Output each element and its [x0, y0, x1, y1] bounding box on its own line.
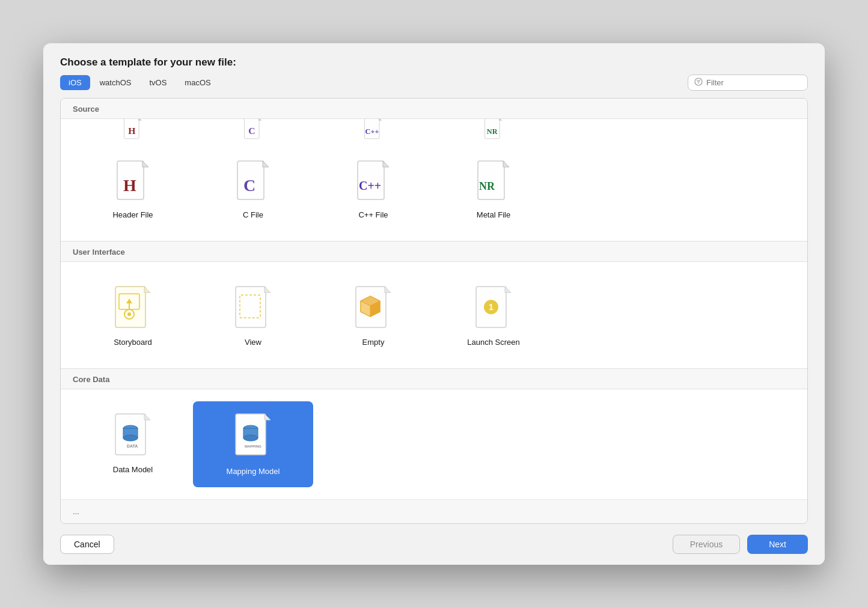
tab-tvos[interactable]: tvOS: [141, 75, 175, 90]
svg-marker-23: [263, 161, 269, 167]
svg-marker-19: [142, 161, 148, 167]
svg-point-38: [127, 312, 131, 316]
footer-right: Previous Next: [673, 535, 808, 554]
svg-text:NR: NR: [487, 127, 498, 136]
source-partial-icons: H C C++: [61, 119, 807, 143]
mapping-model-label: Mapping Model: [221, 465, 286, 478]
header-file-icon: H: [111, 156, 154, 204]
empty-icon: [352, 284, 395, 332]
data-model-icon: DATA: [111, 411, 154, 459]
tab-ios[interactable]: iOS: [60, 75, 90, 90]
tab-bar: iOS watchOS tvOS macOS: [43, 74, 825, 98]
tab-watchos[interactable]: watchOS: [91, 75, 140, 90]
svg-text:H: H: [128, 126, 135, 136]
launch-screen-label: Launch Screen: [467, 338, 519, 347]
filter-box: [688, 74, 808, 91]
data-model-label: Data Model: [113, 465, 153, 474]
svg-marker-27: [383, 161, 389, 167]
partial-header-icon: H: [73, 119, 193, 143]
empty-label: Empty: [362, 338, 385, 347]
svg-text:C++: C++: [365, 127, 379, 136]
svg-text:C: C: [248, 126, 255, 136]
launch-screen-icon: 1: [472, 284, 515, 332]
cpp-file-label: C++ File: [358, 210, 388, 219]
item-view[interactable]: View: [193, 274, 313, 356]
c-file-icon: C: [231, 156, 275, 204]
svg-marker-66: [264, 414, 270, 420]
storyboard-icon: [111, 284, 154, 332]
header-file-label: Header File: [112, 210, 153, 219]
svg-point-62: [123, 435, 138, 441]
svg-marker-54: [505, 287, 511, 293]
svg-marker-5: [138, 119, 142, 121]
svg-marker-59: [144, 414, 150, 420]
source-items: H Header File C C File: [61, 143, 807, 241]
section-header-coredata: Core Data: [61, 369, 807, 389]
dialog-footer: Cancel Previous Next: [43, 524, 825, 565]
previous-button[interactable]: Previous: [673, 535, 740, 554]
partial-c-icon: C: [193, 119, 313, 143]
svg-marker-31: [503, 161, 509, 167]
item-cpp-file[interactable]: C++ C++ File: [313, 147, 433, 229]
item-storyboard[interactable]: Storyboard: [73, 274, 193, 356]
svg-marker-15: [499, 119, 503, 121]
svg-text:H: H: [123, 176, 136, 195]
ui-items: Storyboard View: [61, 262, 807, 368]
dialog-title: Choose a template for your new file:: [43, 43, 825, 74]
svg-marker-43: [264, 287, 270, 293]
svg-marker-47: [385, 287, 391, 293]
mapping-model-icon: MAPPING: [231, 411, 275, 459]
svg-marker-12: [379, 119, 382, 121]
item-header-file[interactable]: H Header File: [73, 147, 193, 229]
view-icon: [231, 284, 275, 332]
partial-metal-icon: NR: [433, 119, 554, 143]
svg-text:C++: C++: [359, 179, 381, 192]
svg-text:1: 1: [489, 302, 494, 312]
svg-text:NR: NR: [479, 180, 495, 192]
item-launch-screen[interactable]: 1 Launch Screen: [433, 274, 554, 356]
tab-macos[interactable]: macOS: [176, 75, 219, 90]
cpp-file-icon: C++: [352, 156, 395, 204]
metal-file-label: Metal File: [477, 210, 510, 219]
next-button[interactable]: Next: [747, 535, 808, 554]
filter-icon: [694, 78, 703, 88]
content-area: Source H: [60, 98, 808, 524]
svg-rect-41: [236, 287, 266, 327]
cancel-button[interactable]: Cancel: [60, 535, 114, 554]
view-label: View: [245, 338, 261, 347]
svg-point-69: [243, 435, 258, 441]
partial-cpp-icon: C++: [313, 119, 433, 143]
section-header-source: Source: [61, 99, 807, 119]
section-header-partial: ...: [73, 507, 79, 516]
item-data-model[interactable]: DATA Data Model: [73, 401, 193, 487]
storyboard-label: Storyboard: [114, 338, 152, 347]
filter-input[interactable]: [706, 78, 801, 87]
c-file-label: C File: [243, 210, 263, 219]
item-c-file[interactable]: C C File: [193, 147, 313, 229]
item-empty[interactable]: Empty: [313, 274, 433, 356]
svg-text:DATA: DATA: [127, 444, 138, 448]
item-metal-file[interactable]: NR Metal File: [433, 147, 554, 229]
svg-marker-35: [144, 287, 150, 293]
svg-rect-33: [115, 287, 145, 327]
item-mapping-model[interactable]: MAPPING Mapping Model: [193, 401, 313, 487]
svg-text:MAPPING: MAPPING: [245, 445, 261, 448]
coredata-items: DATA Data Model MAPPING: [61, 389, 807, 499]
template-chooser-dialog: Choose a template for your new file: iOS…: [43, 43, 825, 565]
metal-file-icon: NR: [472, 156, 515, 204]
svg-text:C: C: [243, 176, 255, 195]
section-header-ui: User Interface: [61, 242, 807, 262]
svg-marker-9: [258, 119, 262, 121]
